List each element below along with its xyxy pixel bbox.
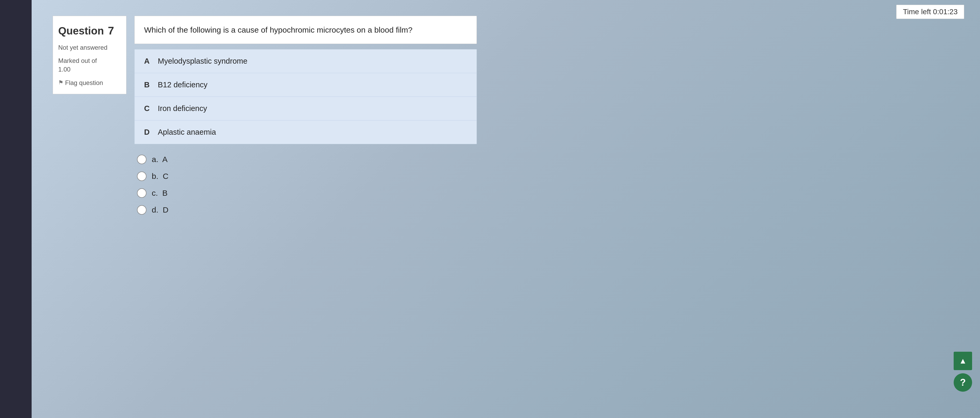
answer-text-a: Myelodysplastic syndrome [158,57,247,65]
marked-out-of-label: Marked out of 1.00 [58,56,121,74]
question-info-panel: Question 7 Not yet answered Marked out o… [52,16,126,94]
main-content: Question 7 Not yet answered Marked out o… [52,16,922,217]
radio-circle-c [137,188,146,198]
answer-letter-a: A [144,57,153,65]
question-number-label: Question 7 [58,22,121,39]
answer-row-c[interactable]: C Iron deficiency [135,97,477,120]
radio-option-c[interactable]: c. B [137,188,474,198]
timer-text: Time left 0:01:23 [903,8,958,16]
flag-icon: ⚑ [58,78,64,87]
radio-options-group: a. A b. C c. B d. D [134,152,477,217]
question-word: Question [58,25,104,36]
radio-option-b[interactable]: b. C [137,171,474,181]
timer-display: Time left 0:01:23 [896,5,964,19]
scroll-up-icon: ▲ [959,357,967,365]
left-sidebar-strip [0,0,32,418]
answer-text-b: B12 deficiency [158,81,208,89]
question-status: Not yet answered [58,43,121,52]
answer-text-d: Aplastic anaemia [158,128,216,136]
radio-circle-b [137,171,146,181]
scroll-up-button[interactable]: ▲ [954,352,972,370]
radio-label-a: a. A [152,155,167,164]
scroll-buttons-container: ▲ ? [954,352,972,392]
help-icon: ? [960,378,966,387]
answer-letter-c: C [144,104,153,113]
answer-text-c: Iron deficiency [158,104,207,113]
radio-circle-d [137,205,146,215]
answer-row-d[interactable]: D Aplastic anaemia [135,120,477,144]
flag-label: Flag question [65,78,103,88]
answer-letter-d: D [144,128,153,136]
answer-options-table: A Myelodysplastic syndrome B B12 deficie… [134,49,477,144]
flag-question-button[interactable]: ⚑ Flag question [58,78,121,88]
answer-letter-b: B [144,81,153,89]
question-number: 7 [108,24,114,37]
question-panel: Which of the following is a cause of hyp… [134,16,477,217]
radio-label-b: b. C [152,172,168,181]
radio-circle-a [137,155,146,164]
question-text: Which of the following is a cause of hyp… [134,16,477,44]
radio-option-d[interactable]: d. D [137,205,474,215]
help-button[interactable]: ? [954,373,972,392]
radio-option-a[interactable]: a. A [137,155,474,164]
answer-row-b[interactable]: B B12 deficiency [135,73,477,97]
radio-label-c: c. B [152,188,167,198]
answer-row-a[interactable]: A Myelodysplastic syndrome [135,49,477,73]
radio-label-d: d. D [152,206,168,214]
